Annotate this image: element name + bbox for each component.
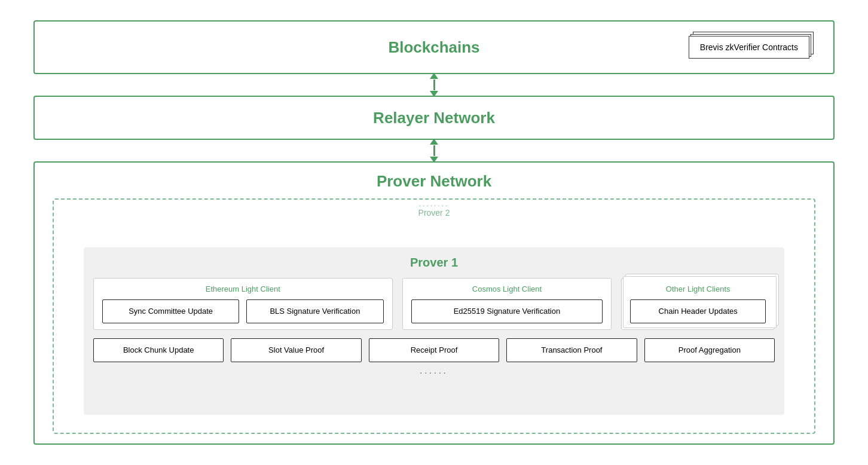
ed25519-signature-box: Ed25519 Signature Verification (411, 299, 603, 323)
sync-committee-update-box: Sync Committee Update (102, 299, 239, 323)
prover2-label: Prover 2 (418, 208, 450, 218)
cosmos-lc-box: Cosmos Light Client Ed25519 Signature Ve… (402, 278, 612, 330)
relayer-title: Relayer Network (373, 109, 495, 127)
blockchains-layer: Blockchains Brevis zkVerifier Contracts (33, 20, 835, 74)
arrow-body (433, 79, 435, 90)
prover-network-layer: Prover Network ........ Prover 2 Prover … (33, 161, 835, 445)
prover1-title: Prover 1 (93, 256, 775, 270)
proof-aggregation-box: Proof Aggregation (644, 338, 775, 362)
contract-card: Brevis zkVerifier Contracts (689, 36, 809, 59)
bottom-row: Block Chunk Update Slot Value Proof Rece… (93, 338, 775, 362)
other-lc-box: Other Light Clients Chain Header Updates (621, 278, 775, 330)
contract-stack: Brevis zkVerifier Contracts (689, 36, 809, 59)
double-arrow-2 (430, 139, 438, 163)
arrow-relayer-to-prover (33, 140, 835, 161)
receipt-proof-box: Receipt Proof (369, 338, 499, 362)
other-lc-title: Other Light Clients (630, 284, 766, 293)
double-arrow-1 (430, 73, 438, 97)
bls-signature-box: BLS Signature Verification (246, 299, 383, 323)
prover2-dots: ........ (419, 200, 450, 208)
relayer-layer: Relayer Network (33, 96, 835, 140)
cosmos-lc-title: Cosmos Light Client (411, 284, 603, 293)
arrow-blockchains-to-relayer (33, 74, 835, 96)
ethereum-lc-title: Ethereum Light Client (102, 284, 384, 293)
prover2-box: ........ Prover 2 Prover 1 Ethereum Ligh… (53, 198, 815, 434)
arrow-up-icon-2 (430, 139, 438, 145)
blockchains-title: Blockchains (388, 38, 479, 57)
transaction-proof-box: Transaction Proof (506, 338, 637, 362)
block-chunk-update-box: Block Chunk Update (93, 338, 224, 362)
arrow-body-2 (433, 145, 435, 156)
other-lc-wrapper: Other Light Clients Chain Header Updates (621, 278, 775, 330)
light-clients-row: Ethereum Light Client Sync Committee Upd… (93, 278, 775, 330)
slot-value-proof-box: Slot Value Proof (231, 338, 361, 362)
prover1-box: Prover 1 Ethereum Light Client Sync Comm… (84, 247, 784, 415)
prover-network-title: Prover Network (47, 172, 821, 191)
diagram: Blockchains Brevis zkVerifier Contracts … (16, 8, 852, 457)
ethereum-lc-box: Ethereum Light Client Sync Committee Upd… (93, 278, 393, 330)
chain-header-updates-box: Chain Header Updates (630, 299, 766, 323)
ethereum-lc-items: Sync Committee Update BLS Signature Veri… (102, 299, 384, 323)
bottom-dots: ...... (93, 366, 775, 375)
